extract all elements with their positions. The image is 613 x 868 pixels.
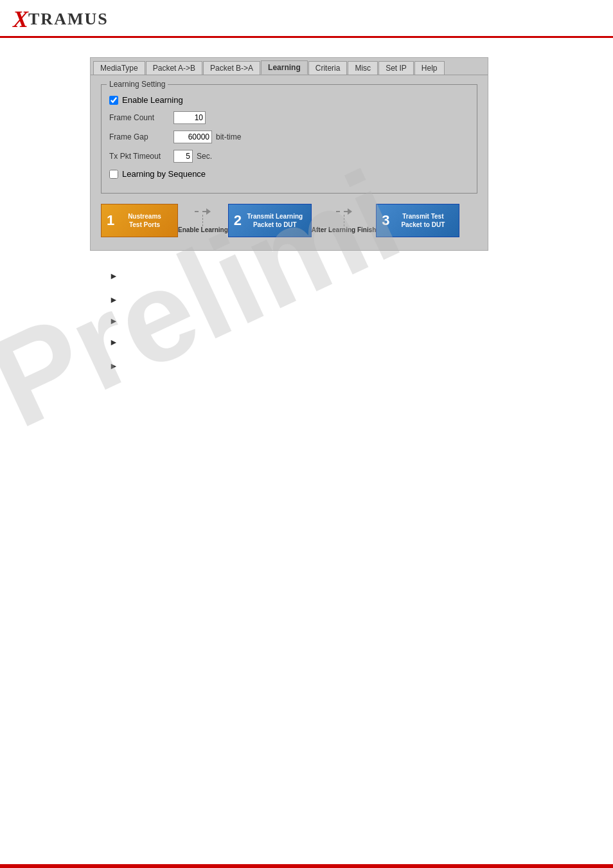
workflow-step-2: 2 Transmit Learning Packet to DUT <box>228 204 312 237</box>
footer-bar <box>0 864 613 868</box>
panel-body: Learning Setting Enable Learning Frame C… <box>91 75 488 250</box>
frame-gap-unit: bit-time <box>216 132 241 141</box>
bullet-item-1: ► <box>109 270 581 281</box>
workflow-step-3: 3 Transmit Test Packet to DUT <box>376 204 459 237</box>
connector-2: After Learning Finish <box>312 208 377 233</box>
learning-by-sequence-row: Learning by Sequence <box>109 169 469 179</box>
frame-gap-row: Frame Gap bit-time <box>109 131 469 143</box>
conn-dashes-1 <box>195 211 206 212</box>
step2-text: Transmit Learning Packet to DUT <box>247 212 303 229</box>
step1-text: Nustreams Test Ports <box>128 212 161 229</box>
tab-panel: MediaType Packet A->B Packet B->A Learni… <box>90 57 488 251</box>
step3-text: Transmit Test Packet to DUT <box>401 212 445 229</box>
enable-learning-checkbox[interactable] <box>109 96 118 105</box>
step3-number: 3 <box>382 212 389 229</box>
connector-1-label: Enable Learning <box>178 226 228 233</box>
tab-setip[interactable]: Set IP <box>378 61 414 75</box>
enable-learning-row: Enable Learning <box>109 95 469 105</box>
step1-line1: Nustreams <box>128 213 161 220</box>
bullet-arrow-4: ► <box>109 337 120 347</box>
frame-count-input[interactable]: 10 <box>173 111 206 124</box>
bullet-item-4: ► <box>109 336 581 347</box>
tab-criteria[interactable]: Criteria <box>308 61 348 75</box>
tx-pkt-timeout-label: Tx Pkt Timeout <box>109 152 173 161</box>
bullet-arrow-2: ► <box>109 294 120 305</box>
bullet-item-3: ► <box>109 315 581 326</box>
frame-count-label: Frame Count <box>109 113 173 122</box>
tab-help[interactable]: Help <box>414 61 445 75</box>
group-title: Learning Setting <box>107 80 168 89</box>
bullet-item-2: ► <box>109 294 581 305</box>
connector-2-label: After Learning Finish <box>312 226 377 233</box>
tx-pkt-timeout-row: Tx Pkt Timeout Sec. <box>109 150 469 163</box>
steps-row: 1 Nustreams Test Ports Enable L <box>101 204 459 237</box>
bullet-arrow-5: ► <box>109 361 120 371</box>
connector-2-arrow <box>336 208 352 215</box>
bullet-section: ► ► ► ► ► <box>90 270 594 371</box>
tx-pkt-timeout-input[interactable] <box>173 150 193 163</box>
conn-vert-1 <box>202 215 203 226</box>
learning-setting-group: Learning Setting Enable Learning Frame C… <box>101 84 477 194</box>
bullet-arrow-1: ► <box>109 271 120 281</box>
conn-arrowhead-1 <box>206 208 211 215</box>
step1-line2: Test Ports <box>129 221 160 228</box>
tab-bar: MediaType Packet A->B Packet B->A Learni… <box>91 58 488 75</box>
step2-line2: Packet to DUT <box>253 221 297 228</box>
tab-misc[interactable]: Misc <box>348 61 378 75</box>
learning-by-sequence-label: Learning by Sequence <box>122 169 206 179</box>
bullet-arrow-3: ► <box>109 316 120 326</box>
step1-number: 1 <box>107 212 114 229</box>
workflow-step-1: 1 Nustreams Test Ports <box>101 204 178 237</box>
conn-vert-2 <box>344 215 344 226</box>
logo-tramus: TRAMUS <box>28 11 109 28</box>
workflow-diagram: 1 Nustreams Test Ports Enable L <box>101 204 459 237</box>
step2-line1: Transmit Learning <box>247 213 303 220</box>
bullet-item-5: ► <box>109 360 581 371</box>
logo-x: X <box>13 8 28 31</box>
learning-by-sequence-checkbox[interactable] <box>109 170 118 179</box>
frame-gap-label: Frame Gap <box>109 132 173 141</box>
step3-line2: Packet to DUT <box>401 221 445 228</box>
conn-dashes-2 <box>336 211 348 212</box>
connector-1: Enable Learning <box>178 208 228 233</box>
header: X TRAMUS <box>0 0 613 38</box>
step2-number: 2 <box>234 212 242 229</box>
tab-packet-ab[interactable]: Packet A->B <box>146 61 202 75</box>
frame-count-row: Frame Count 10 <box>109 111 469 124</box>
tab-packet-ba[interactable]: Packet B->A <box>203 61 260 75</box>
tab-learning[interactable]: Learning <box>261 60 308 75</box>
step3-line1: Transmit Test <box>402 213 443 220</box>
tx-pkt-timeout-unit: Sec. <box>197 152 212 161</box>
frame-gap-input[interactable] <box>173 131 212 143</box>
main-content: MediaType Packet A->B Packet B->A Learni… <box>0 38 613 394</box>
tab-mediatype[interactable]: MediaType <box>93 61 145 75</box>
conn-arrowhead-2 <box>348 208 352 215</box>
connector-1-arrow <box>195 208 211 215</box>
enable-learning-label: Enable Learning <box>122 95 183 105</box>
